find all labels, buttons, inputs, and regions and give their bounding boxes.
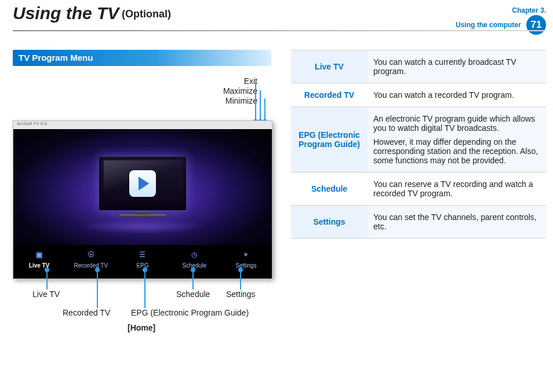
nav-epg[interactable]: ☰EPG — [119, 251, 166, 269]
tv-glow — [79, 219, 206, 234]
page-subtitle: (Optional) — [122, 8, 171, 20]
nav-label: EPG — [136, 262, 148, 269]
left-column: TV Program Menu Exit Maximize Minimize A… — [13, 50, 271, 66]
right-column: Live TV You can watch a currently broadc… — [291, 50, 546, 239]
term-settings: Settings — [291, 206, 368, 239]
callout-recorded-tv: Recorded TV — [63, 308, 110, 317]
connector-line — [97, 270, 98, 308]
desc-epg: An electronic TV program guide which all… — [368, 107, 546, 173]
nav-settings[interactable]: ✶Settings — [222, 251, 270, 269]
maximize-label: Maximize — [217, 86, 257, 96]
table-row: Settings You can set the TV channels, pa… — [291, 206, 546, 239]
nav-live-tv[interactable]: ▣Live TV — [16, 251, 63, 269]
play-icon[interactable] — [129, 170, 156, 197]
connector-line — [240, 270, 241, 290]
tv-illustration — [99, 157, 186, 217]
table-row: Recorded TV You can watch a recorded TV … — [291, 83, 546, 107]
window-control-labels: Exit Maximize Minimize — [217, 76, 257, 105]
chapter-line1: Chapter 3. — [512, 6, 546, 14]
definitions-table: Live TV You can watch a currently broadc… — [291, 50, 546, 239]
connector-line — [144, 270, 145, 308]
callout-settings: Settings — [226, 290, 256, 299]
connector-line — [192, 270, 194, 290]
table-row: Schedule You can reserve a TV recording … — [291, 173, 546, 206]
table-row: EPG (Electronic Program Guide) An electr… — [291, 107, 546, 173]
callout-epg: EPG (Electronic Program Guide) — [131, 308, 249, 317]
connector-line — [255, 82, 256, 120]
connector-line — [46, 270, 48, 290]
home-caption: [Home] — [128, 323, 155, 332]
connector-line — [264, 98, 265, 120]
app-titlebar: ArcSoft TV 5.0 — [13, 121, 272, 129]
term-schedule: Schedule — [291, 173, 368, 206]
callout-live-tv: Live TV — [32, 290, 60, 299]
page-title: Using the TV — [13, 3, 119, 23]
connector-line — [260, 90, 261, 120]
desc-settings: You can set the TV channels, parent cont… — [368, 206, 546, 239]
nav-schedule[interactable]: ◷Schedule — [170, 251, 218, 269]
minimize-label: Minimize — [217, 96, 257, 106]
nav-label: Recorded TV — [74, 262, 108, 269]
app-stage — [13, 129, 272, 245]
desc-recorded-tv: You can watch a recorded TV program. — [368, 83, 546, 107]
tv-app-screenshot: ArcSoft TV 5.0 ▣Live TV — [13, 120, 272, 279]
page-header: Using the TV (Optional) Chapter 3. Using… — [0, 0, 553, 32]
desc-schedule: You can reserve a TV recording and watch… — [368, 173, 546, 206]
term-live-tv: Live TV — [291, 50, 368, 83]
chapter-line2: Using the computer — [456, 21, 521, 29]
term-recorded-tv: Recorded TV — [291, 83, 368, 107]
header-rule — [13, 30, 545, 31]
term-epg: EPG (Electronic Program Guide) — [291, 107, 368, 173]
app-name: ArcSoft TV 5.0 — [17, 121, 47, 126]
nav-recorded-tv[interactable]: ⦿Recorded TV — [67, 251, 115, 269]
app-nav: ▣Live TV ⦿Recorded TV ☰EPG ◷Schedule ✶Se… — [13, 245, 272, 279]
page-number-badge: 71 — [526, 15, 546, 35]
exit-label: Exit — [217, 76, 257, 86]
desc-live-tv: You can watch a currently broadcast TV p… — [368, 50, 546, 83]
table-row: Live TV You can watch a currently broadc… — [291, 50, 546, 83]
callout-schedule: Schedule — [176, 290, 210, 299]
section-heading: TV Program Menu — [13, 50, 271, 66]
